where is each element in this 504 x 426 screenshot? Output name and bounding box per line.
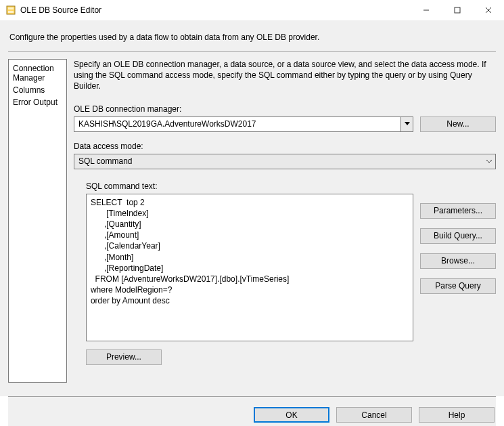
intro-text: Configure the properties used by a data …	[8, 28, 496, 51]
sidebar-item-connection-manager[interactable]: Connection Manager	[13, 62, 62, 84]
svg-marker-7	[405, 122, 410, 125]
connection-manager-dropdown[interactable]: KASHISH\SQL2019GA.AdventureWorksDW2017	[74, 116, 413, 132]
svg-rect-0	[7, 6, 15, 14]
data-access-mode-label: Data access mode:	[74, 142, 496, 151]
cancel-button[interactable]: Cancel	[336, 407, 412, 423]
sql-command-label: SQL command text:	[86, 182, 413, 191]
content-area: Configure the properties used by a data …	[0, 20, 504, 396]
parameters-button[interactable]: Parameters...	[420, 203, 496, 219]
maximize-button[interactable]	[442, 0, 473, 20]
svg-rect-2	[8, 11, 14, 13]
title-bar: OLE DB Source Editor	[0, 0, 504, 20]
app-icon	[5, 5, 16, 16]
main-pane: Specify an OLE DB connection manager, a …	[74, 59, 496, 383]
ok-button[interactable]: OK	[254, 407, 329, 423]
parse-query-button[interactable]: Parse Query	[420, 278, 496, 294]
preview-button[interactable]: Preview...	[86, 349, 162, 365]
close-button[interactable]	[473, 0, 504, 20]
connection-manager-label: OLE DB connection manager:	[74, 104, 496, 114]
divider	[8, 51, 496, 52]
build-query-button[interactable]: Build Query...	[420, 228, 496, 244]
data-access-mode-value: SQL command	[74, 154, 483, 169]
sidebar-item-error-output[interactable]: Error Output	[13, 96, 62, 108]
side-nav: Connection Manager Columns Error Output	[8, 59, 67, 383]
svg-rect-4	[455, 7, 460, 13]
svg-rect-1	[8, 7, 14, 9]
help-button[interactable]: Help	[419, 407, 495, 423]
sidebar-item-columns[interactable]: Columns	[13, 84, 62, 96]
browse-button[interactable]: Browse...	[420, 253, 496, 269]
connection-manager-value: KASHISH\SQL2019GA.AdventureWorksDW2017	[74, 117, 400, 131]
data-access-mode-dropdown[interactable]: SQL command	[74, 154, 496, 169]
window-title: OLE DB Source Editor	[20, 5, 101, 15]
minimize-button[interactable]	[411, 0, 442, 20]
chevron-down-icon	[483, 154, 495, 169]
dialog-footer: OK Cancel Help	[8, 396, 496, 426]
dropdown-arrow-icon	[400, 117, 413, 131]
help-text: Specify an OLE DB connection manager, a …	[74, 59, 496, 92]
sql-command-textarea[interactable]	[86, 194, 413, 341]
new-connection-button[interactable]: New...	[420, 116, 496, 132]
